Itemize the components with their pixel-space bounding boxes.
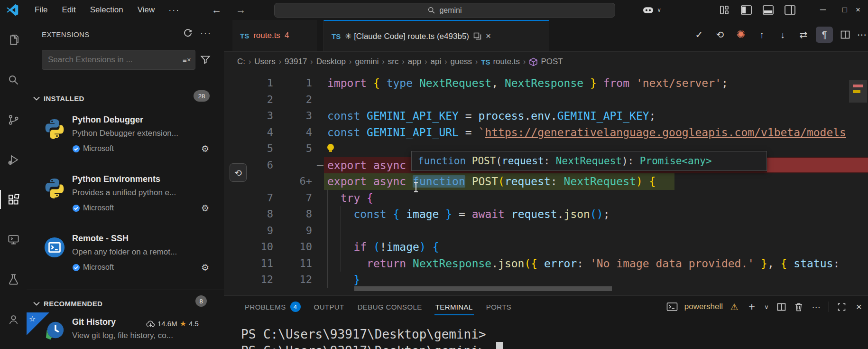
arrow-forward-icon[interactable]: → <box>229 4 253 16</box>
breadcrumb-item-api[interactable]: api <box>431 57 442 66</box>
new-line-number[interactable]: 7 <box>285 190 312 207</box>
sidebar-item-remote-explorer[interactable] <box>0 219 27 259</box>
new-line-number[interactable]: 6+ <box>285 173 312 190</box>
pilcrow-icon[interactable]: ¶ <box>816 27 833 43</box>
sidebar-item-source-control[interactable] <box>0 100 27 140</box>
arrow-back-icon[interactable]: ← <box>204 4 229 16</box>
old-line-number[interactable]: 7 <box>243 190 273 207</box>
code-line[interactable]: 88 const { image } = await request.json(… <box>224 206 868 223</box>
toggle-secondary-sidebar-icon[interactable] <box>782 3 798 17</box>
gear-icon[interactable]: ⚙ <box>201 262 209 273</box>
refresh-icon[interactable] <box>183 28 193 38</box>
code-line[interactable]: 33const GEMINI_API_KEY = process.env.GEM… <box>224 108 868 124</box>
arrow-up-icon[interactable]: ↑ <box>751 27 772 43</box>
gear-icon[interactable]: ⚙ <box>201 143 209 154</box>
maximize-icon[interactable]: □ <box>834 3 856 17</box>
split-editor-icon[interactable] <box>835 27 856 43</box>
split-terminal-icon[interactable] <box>774 300 788 313</box>
filter-funnel-icon[interactable] <box>200 54 211 65</box>
lightbulb-icon[interactable] <box>327 144 334 151</box>
new-line-number[interactable]: 5 <box>285 141 312 157</box>
menu-overflow-button[interactable]: ··· <box>162 5 186 15</box>
menu-edit[interactable]: Edit <box>55 5 83 15</box>
code-line[interactable]: 11import { type NextRequest, NextRespons… <box>224 75 868 92</box>
new-line-number[interactable]: 11 <box>285 255 312 272</box>
panel-tab-terminal[interactable]: TERMINAL <box>429 296 480 317</box>
panel-tab-ports[interactable]: PORTS <box>480 296 518 317</box>
new-line-number[interactable]: 9 <box>285 223 312 239</box>
panel-tab-debug-console[interactable]: DEBUG CONSOLE <box>351 296 429 317</box>
more-actions-icon[interactable]: ··· <box>200 28 212 38</box>
new-line-number[interactable]: 3 <box>285 108 312 124</box>
section-recommended[interactable]: RECOMMENDED <box>27 295 224 311</box>
toggle-primary-sidebar-icon[interactable] <box>738 3 754 17</box>
swap-icon[interactable]: ⇄ <box>793 27 814 43</box>
copilot-icon[interactable] <box>640 3 656 17</box>
clear-filter-icon[interactable]: ≡✕ <box>183 56 191 64</box>
new-line-number[interactable]: 2 <box>285 92 312 108</box>
code-line[interactable]: 1010 if (!image) { <box>224 239 868 255</box>
extension-item-python-environments[interactable]: Python EnvironmentsProvides a unified py… <box>27 172 224 228</box>
new-line-number[interactable]: 1 <box>285 75 312 92</box>
extension-item-python-debugger[interactable]: Python DebuggerPython Debugger extension… <box>27 113 224 169</box>
breadcrumb-item-src[interactable]: src <box>388 57 399 66</box>
sidebar-item-run-debug[interactable] <box>0 140 27 179</box>
breadcrumb-item-c-[interactable]: C: <box>237 57 245 66</box>
customize-layout-icon[interactable] <box>716 3 732 17</box>
code-line[interactable]: 1111 return NextResponse.json({ error: '… <box>224 255 868 272</box>
gear-icon[interactable]: ⚙ <box>201 203 209 214</box>
maximize-panel-icon[interactable] <box>834 300 849 313</box>
revert-block-button[interactable]: ⟲ <box>230 163 247 182</box>
menu-selection[interactable]: Selection <box>83 5 130 15</box>
old-line-number[interactable]: 2 <box>243 92 273 108</box>
more-icon[interactable]: ⋯ <box>856 27 868 43</box>
menu-view[interactable]: View <box>130 5 162 15</box>
horizontal-scrollbar[interactable] <box>354 286 612 291</box>
new-line-number[interactable]: 10 <box>285 239 312 255</box>
code-line[interactable]: 22 <box>224 92 868 108</box>
sidebar-item-search[interactable] <box>0 60 27 100</box>
close-icon[interactable]: × <box>856 3 868 17</box>
terminal-name[interactable]: powershell <box>684 302 723 311</box>
old-line-number[interactable]: 12 <box>243 272 273 288</box>
close-panel-icon[interactable]: × <box>852 300 866 313</box>
more-icon[interactable]: ⋯ <box>809 300 823 313</box>
terminal-output[interactable]: PS C:\Users\93917\Desktop\gemini>PS C:\U… <box>241 326 486 349</box>
sidebar-item-explorer[interactable] <box>0 20 27 60</box>
old-line-number[interactable]: 5 <box>243 141 273 157</box>
breadcrumb-item-post[interactable]: POST <box>529 57 563 66</box>
code-line[interactable]: 1212 } <box>224 272 868 288</box>
command-center-search[interactable]: gemini <box>274 3 615 18</box>
sidebar-item-accounts[interactable] <box>0 299 27 339</box>
old-line-number[interactable]: 10 <box>243 239 273 255</box>
trash-icon[interactable] <box>792 300 806 313</box>
code-editor[interactable]: 11import { type NextRequest, NextRespons… <box>224 72 868 295</box>
minimize-icon[interactable]: ─ <box>812 3 834 17</box>
old-line-number[interactable]: 1 <box>243 75 273 92</box>
claude-sparkle-icon[interactable]: ✺ <box>730 27 751 43</box>
close-icon[interactable]: × <box>486 31 491 41</box>
old-line-number[interactable]: 8 <box>243 206 273 223</box>
sidebar-item-testing[interactable] <box>0 259 27 299</box>
new-terminal-icon[interactable]: + <box>745 300 759 313</box>
extension-item-remote-ssh[interactable]: Remote - SSHOpen any folder on a remot..… <box>27 232 224 288</box>
breadcrumb-item-route-ts[interactable]: TSroute.ts <box>481 57 520 66</box>
sidebar-item-extensions[interactable] <box>0 179 27 219</box>
code-line[interactable]: 77 try { <box>224 190 868 207</box>
arrow-down-icon[interactable]: ↓ <box>772 27 793 43</box>
tab-claude-code-route-ts[interactable]: TS ✳ [Claude Code] route.ts (e493b5) × <box>323 20 549 51</box>
menu-file[interactable]: File <box>28 5 55 15</box>
breadcrumb-item-gemini[interactable]: gemini <box>355 57 379 66</box>
extension-item-git-history[interactable]: ☆Git History14.6M★4.5View git log, file … <box>27 315 224 349</box>
new-line-number[interactable]: 4 <box>285 124 312 141</box>
chevron-down-icon[interactable]: ∨ <box>762 300 771 313</box>
old-line-number[interactable]: 6 <box>243 157 273 174</box>
panel-tab-output[interactable]: OUTPUT <box>307 296 351 317</box>
added-code-line[interactable]: 6+export async function POST(request: Ne… <box>224 173 868 190</box>
minimap[interactable] <box>849 80 867 103</box>
chevron-down-icon[interactable]: ∨ <box>657 7 661 13</box>
breadcrumb-item-desktop[interactable]: Desktop <box>316 57 346 66</box>
old-line-number[interactable]: 11 <box>243 255 273 272</box>
breadcrumb-item-app[interactable]: app <box>408 57 421 66</box>
new-line-number[interactable]: 12 <box>285 272 312 288</box>
